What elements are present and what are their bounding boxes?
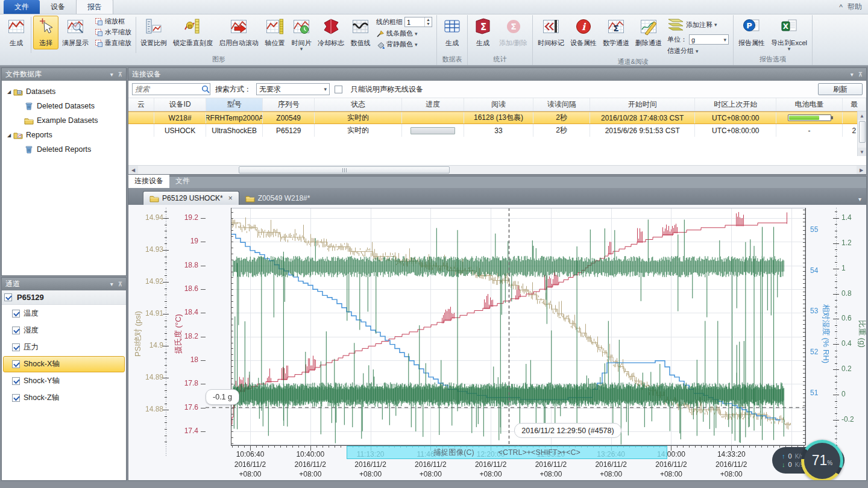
search-input[interactable] bbox=[133, 85, 201, 93]
scroll-down-icon[interactable]: ▼ bbox=[858, 148, 866, 156]
column-header-开始时间[interactable]: 开始时间 bbox=[590, 98, 695, 111]
ribbon-button-启用自动滚动[interactable]: 启用自动滚动 bbox=[216, 16, 261, 49]
column-header-阅读[interactable]: 阅读 bbox=[464, 98, 533, 111]
search-mode-dropdown[interactable]: 无要求▾ bbox=[256, 83, 330, 95]
ribbon-button-时间标记[interactable]: 时间标记 bbox=[535, 16, 567, 49]
ribbon-button-生成[interactable]: 生成 bbox=[4, 16, 29, 49]
channel-item-Shock-Z轴[interactable]: Shock-Z轴 bbox=[3, 390, 125, 406]
ribbon-button-水平缩放[interactable]: 水平缩放 bbox=[93, 27, 133, 37]
vscroll-thumb[interactable] bbox=[859, 121, 866, 143]
device-search-box[interactable] bbox=[132, 83, 210, 95]
tree-expander-icon[interactable]: ◢ bbox=[5, 133, 13, 138]
chart-plot[interactable] bbox=[128, 205, 867, 481]
ribbon-button-锁定垂直刻度[interactable]: 锁定垂直刻度 bbox=[171, 16, 215, 49]
value-line-label[interactable]: -0.1 g bbox=[206, 389, 239, 405]
ribbon-button-生成[interactable]: 生成 bbox=[439, 16, 465, 49]
channel-item-温度[interactable]: 温度 bbox=[3, 305, 125, 322]
ribbon-control-背静颜色[interactable]: 背静颜色▾ bbox=[375, 39, 433, 49]
tab-file[interactable]: 文件 bbox=[4, 0, 40, 14]
device-checkbox[interactable] bbox=[4, 293, 12, 301]
channel-device-row[interactable]: P65129 bbox=[2, 290, 126, 305]
doc-tab-Z00549 W218#*[interactable]: Z00549 W218#* bbox=[239, 191, 316, 205]
ribbon-button-添加/删除[interactable]: Σ添加/删除 bbox=[497, 16, 530, 49]
scroll-up-icon[interactable]: ▲ bbox=[858, 111, 866, 120]
percent-indicator[interactable]: 71% bbox=[801, 440, 843, 481]
column-header-读读间隔[interactable]: 读读间隔 bbox=[533, 98, 590, 111]
channel-item-湿度[interactable]: 湿度 bbox=[3, 322, 125, 339]
channel-checkbox[interactable] bbox=[12, 343, 20, 351]
tab-device[interactable]: 设备 bbox=[40, 0, 76, 14]
panel-tab-文件[interactable]: 文件 bbox=[169, 175, 196, 188]
channel-item-压力[interactable]: 压力 bbox=[3, 339, 125, 355]
ribbon-button-缩放框[interactable]: 缩放框 bbox=[93, 16, 133, 27]
ribbon-button-设备属性[interactable]: i设备属性 bbox=[568, 16, 599, 49]
spinner-arrows[interactable]: ▲▼ bbox=[424, 17, 432, 27]
ribbon-button-报告属性[interactable]: P报告属性 bbox=[736, 16, 767, 49]
collapse-ribbon-icon[interactable]: ^ bbox=[839, 3, 843, 11]
channel-item-Shock-X轴[interactable]: Shock-X轴 bbox=[3, 356, 125, 372]
tree-item-Datasets[interactable]: ◢Datasets bbox=[3, 84, 125, 99]
ribbon-button-时间片[interactable]: 时间片▾ bbox=[289, 16, 314, 52]
device-table-hscrollbar[interactable]: ◀ ▶ bbox=[128, 165, 866, 174]
channel-checkbox[interactable] bbox=[12, 377, 20, 385]
ribbon-control-添加注释[interactable]: 添加注释▾ bbox=[666, 16, 730, 33]
doc-tab-P65129 USHOCK*[interactable]: P65129 USHOCK*× bbox=[143, 191, 239, 205]
tree-item-Deleted Reports[interactable]: Deleted Reports bbox=[3, 142, 125, 157]
column-header-最[interactable]: 最 bbox=[843, 98, 866, 111]
column-header-状态[interactable]: 状态 bbox=[315, 98, 402, 111]
column-header-序列号[interactable]: 序列号 bbox=[263, 98, 315, 111]
tree-item-Example Datasets[interactable]: Example Datasets bbox=[3, 113, 125, 128]
column-header-设备ID[interactable]: 设备ID bbox=[154, 98, 206, 111]
ribbon-control-线的粗细[interactable]: 线的粗细▲▼ bbox=[375, 16, 433, 28]
panel-collapse-icon[interactable]: ▾ bbox=[110, 71, 113, 78]
channel-checkbox[interactable] bbox=[12, 394, 20, 402]
line-width-input[interactable] bbox=[405, 17, 424, 27]
pin-icon[interactable]: ⊼ bbox=[118, 71, 122, 78]
help-button[interactable]: 帮助 bbox=[848, 2, 862, 12]
ribbon-button-生成[interactable]: Σ生成 bbox=[470, 16, 495, 49]
channel-item-Shock-Y轴[interactable]: Shock-Y轴 bbox=[3, 373, 125, 389]
tab-report[interactable]: 报告 bbox=[76, 0, 113, 14]
ribbon-button-选择[interactable]: 选择 bbox=[33, 16, 58, 49]
hscroll-thumb[interactable] bbox=[239, 166, 450, 174]
column-header-进度[interactable]: 进度 bbox=[402, 98, 464, 111]
column-header-电池电量[interactable]: 电池电量 bbox=[776, 98, 843, 111]
column-header-时区上次开始[interactable]: 时区上次开始 bbox=[695, 98, 776, 111]
unit-dropdown[interactable]: g▾ bbox=[689, 34, 729, 45]
device-row-USHOCK[interactable]: USHOCKUltraShockEBP65129实时的332秒2015/6/26… bbox=[128, 124, 866, 137]
refresh-button[interactable]: 刷新 bbox=[818, 83, 863, 95]
ribbon-button-垂直缩放[interactable]: 垂直缩放 bbox=[93, 38, 133, 48]
ribbon-button-设置比例[interactable]: 设置比例 bbox=[138, 16, 169, 49]
close-icon[interactable]: × bbox=[228, 194, 233, 202]
pin-icon[interactable]: ⊼ bbox=[118, 281, 122, 287]
svg-text:Σ: Σ bbox=[480, 22, 486, 33]
scroll-left-icon[interactable]: ◀ bbox=[128, 166, 138, 174]
ribbon-button-导出到Excel[interactable]: X导出到Excel▾ bbox=[769, 16, 810, 52]
channel-checkbox[interactable] bbox=[12, 310, 20, 318]
panel-collapse-icon[interactable]: ▾ bbox=[110, 281, 113, 287]
device-table-vscrollbar[interactable]: ▲ ▼ bbox=[857, 111, 866, 156]
scroll-right-icon[interactable]: ▶ bbox=[857, 166, 866, 174]
ribbon-button-删除通道[interactable]: 删除通道 bbox=[633, 16, 664, 49]
ribbon-button-数值线[interactable]: 数值线 bbox=[348, 16, 373, 49]
tree-item-Reports[interactable]: ◢Reports bbox=[3, 128, 125, 142]
ribbon-control-信道分组[interactable]: 信道分组▾ bbox=[666, 46, 730, 56]
wireless-only-checkbox[interactable] bbox=[335, 86, 342, 93]
ribbon-control-单位：[interactable]: 单位：g▾ bbox=[666, 34, 730, 45]
device-row-W218#[interactable]: W218#RFRHTemp2000AZ00549实时的16128 (13包裹)2… bbox=[128, 111, 866, 124]
panel-collapse-icon[interactable]: ▾ bbox=[851, 71, 854, 78]
ribbon-button-轴位置[interactable]: 轴位置 bbox=[262, 16, 288, 49]
ribbon-control-线条颜色[interactable]: 线条颜色▾ bbox=[375, 28, 433, 39]
panel-tab-连接设备[interactable]: 连接设备 bbox=[128, 175, 169, 188]
column-header-型号[interactable]: ▲型号 bbox=[206, 98, 263, 111]
channel-checkbox[interactable] bbox=[12, 327, 20, 334]
channel-checkbox[interactable] bbox=[12, 360, 20, 368]
tab-list-icon[interactable]: ▾ bbox=[858, 196, 866, 205]
tree-expander-icon[interactable]: ◢ bbox=[5, 89, 13, 95]
ribbon-button-数学通道[interactable]: Σ数学通道 bbox=[600, 16, 632, 49]
ribbon-button-冷却标志[interactable]: 冷却标志 bbox=[315, 16, 347, 49]
tree-item-Deleted Datasets[interactable]: Deleted Datasets bbox=[3, 99, 125, 113]
pin-icon[interactable]: ⊼ bbox=[858, 71, 863, 78]
column-header-云[interactable]: 云 bbox=[128, 98, 154, 111]
ribbon-button-满屏显示[interactable]: 满屏显示 bbox=[60, 16, 91, 49]
